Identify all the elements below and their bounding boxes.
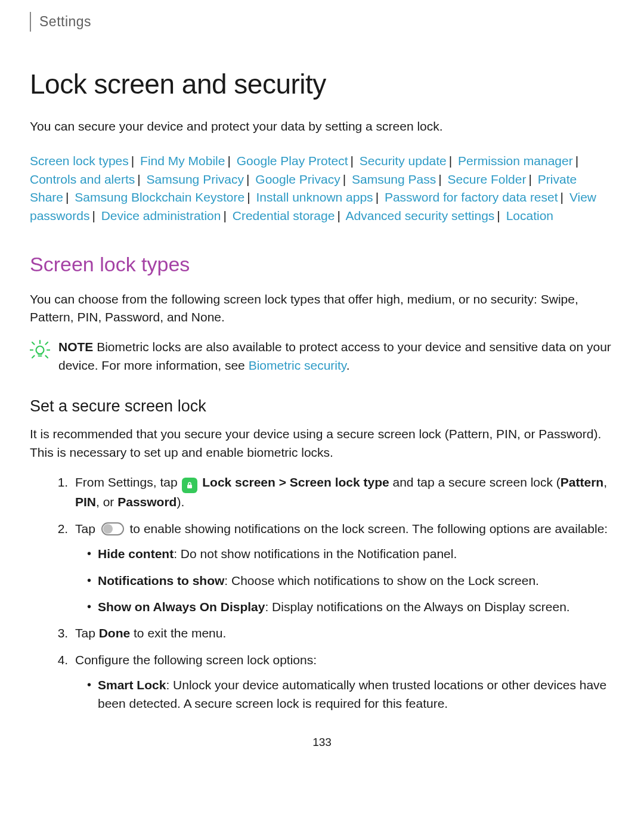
subsection-paragraph: It is recommended that you secure your d… (30, 425, 614, 462)
svg-rect-8 (187, 485, 192, 488)
navlink[interactable]: Google Play Protect (237, 154, 348, 168)
navlink[interactable]: Samsung Privacy (147, 172, 244, 186)
svg-line-4 (32, 342, 35, 345)
step-2: Tap to enable showing notifications on t… (72, 520, 614, 617)
section-paragraph: You can choose from the following screen… (30, 290, 614, 327)
svg-point-0 (36, 346, 44, 354)
bullet-item: Smart Lock: Unlock your device automatic… (98, 676, 614, 713)
steps-list: From Settings, tap Lock screen > Screen … (30, 473, 614, 713)
intro-paragraph: You can secure your device and protect y… (30, 117, 614, 135)
navlink[interactable]: Samsung Blockchain Keystore (75, 190, 244, 204)
bullet-item: Show on Always On Display: Display notif… (98, 598, 614, 616)
note-body-post: . (346, 358, 350, 372)
navlink[interactable]: Install unknown apps (256, 190, 373, 204)
bullet-item: Notifications to show: Choose which noti… (98, 572, 614, 590)
nav-links: Screen lock types| Find My Mobile| Googl… (30, 152, 614, 225)
step-1: From Settings, tap Lock screen > Screen … (72, 473, 614, 511)
step-2-bullets: Hide content: Do not show notifications … (75, 545, 614, 616)
breadcrumb: Settings (30, 12, 614, 32)
bullet-item: Hide content: Do not show notifications … (98, 545, 614, 563)
navlink[interactable]: Google Privacy (255, 172, 340, 186)
svg-line-7 (46, 356, 48, 358)
lock-icon (182, 478, 197, 493)
svg-line-5 (46, 342, 48, 345)
page-number: 133 (30, 734, 614, 751)
navlink[interactable]: Advanced security settings (346, 209, 495, 222)
step-4: Configure the following screen lock opti… (72, 651, 614, 713)
navlink[interactable]: Controls and alerts (30, 172, 135, 186)
navlink[interactable]: Secure Folder (448, 172, 527, 186)
note-label: NOTE (58, 340, 93, 354)
note-text: NOTE Biometric locks are also available … (58, 338, 614, 374)
step-4-bullets: Smart Lock: Unlock your device automatic… (75, 676, 614, 713)
navlink[interactable]: Screen lock types (30, 154, 129, 168)
note-block: NOTE Biometric locks are also available … (30, 338, 614, 374)
step-3: Tap Done to exit the menu. (72, 624, 614, 642)
navlink[interactable]: Permission manager (458, 154, 573, 168)
biometric-security-link[interactable]: Biometric security (249, 358, 346, 372)
navlink[interactable]: Location (506, 209, 553, 222)
navlink[interactable]: Device administration (101, 209, 221, 222)
toggle-off-icon (101, 522, 124, 535)
subsection-heading: Set a secure screen lock (30, 395, 614, 418)
navlink[interactable]: Samsung Pass (352, 172, 436, 186)
navlink[interactable]: Credential storage (233, 209, 335, 222)
svg-line-6 (32, 356, 35, 358)
section-heading: Screen lock types (30, 250, 614, 279)
navlink[interactable]: Find My Mobile (140, 154, 225, 168)
page-title: Lock screen and security (30, 64, 614, 104)
navlink[interactable]: Security update (360, 154, 447, 168)
navlink[interactable]: Password for factory data reset (385, 190, 558, 204)
lightbulb-icon (30, 339, 50, 364)
